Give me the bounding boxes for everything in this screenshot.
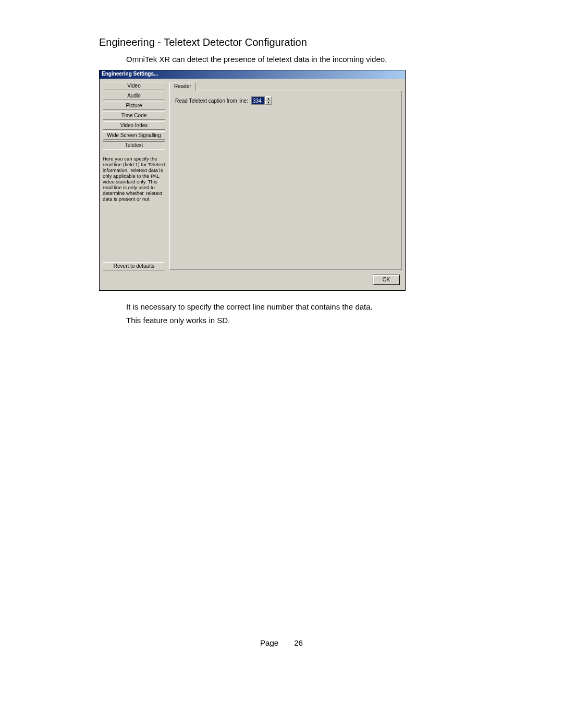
engineering-settings-dialog: Engineering Settings... Video Audio Pict…	[99, 70, 406, 291]
sidebar-item-videoindex[interactable]: Video Index	[103, 121, 165, 130]
sidebar-item-widescreen[interactable]: Wide Screen Signalling	[103, 131, 165, 140]
sidebar-item-timecode[interactable]: Time Code	[103, 112, 165, 120]
after-text-2: This feature only works in SD.	[126, 314, 464, 327]
intro-text: OmniTek XR can detect the presence of te…	[126, 55, 464, 64]
tab-reader[interactable]: Reader	[169, 82, 196, 91]
sidebar-item-teletext[interactable]: Teletext	[103, 141, 165, 150]
teletext-line-label: Read Teletext caption from line:	[175, 98, 248, 104]
page-num: 26	[294, 638, 303, 647]
sidebar-item-picture[interactable]: Picture	[103, 102, 165, 110]
dialog-titlebar: Engineering Settings...	[100, 70, 405, 79]
after-text-1: It is necessary to specify the correct l…	[126, 300, 464, 314]
page-number: Page 26	[0, 638, 563, 647]
page-label: Page	[260, 638, 278, 647]
sidebar-description: Here you can specify the read line (fiel…	[103, 156, 165, 202]
dialog-sidebar: Video Audio Picture Time Code Video Inde…	[103, 82, 165, 150]
spinner-down-icon[interactable]: ▼	[265, 101, 272, 105]
section-title: Engineering - Teletext Detector Configur…	[99, 36, 464, 48]
revert-defaults-button[interactable]: Revert to defaults	[103, 262, 165, 270]
sidebar-item-audio[interactable]: Audio	[103, 92, 165, 100]
teletext-line-spinbox: ▲ ▼	[251, 96, 272, 105]
ok-button[interactable]: OK	[373, 275, 400, 285]
teletext-line-input[interactable]	[251, 96, 265, 105]
sidebar-item-video[interactable]: Video	[103, 82, 165, 90]
spinner-up-icon[interactable]: ▲	[265, 96, 272, 101]
tab-panel-reader: Read Teletext caption from line: ▲ ▼	[169, 91, 402, 270]
